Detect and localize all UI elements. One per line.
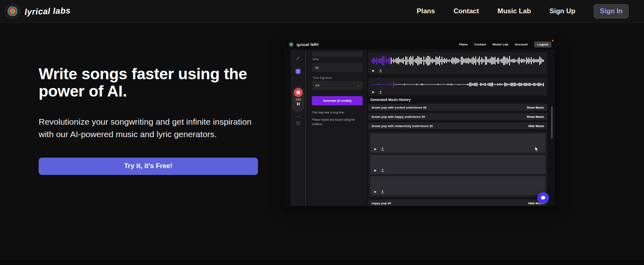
- play-button[interactable]: ▶: [374, 148, 376, 150]
- waveform-bar: [541, 83, 541, 86]
- waveform-bar: [413, 84, 413, 85]
- waveform-bar: [407, 57, 407, 65]
- brand[interactable]: lyrical labs: [5, 4, 71, 19]
- waveform-bar: [390, 57, 390, 64]
- waveform-bar: [462, 57, 463, 64]
- download-button[interactable]: [381, 147, 384, 151]
- audio-player-card: ▶: [368, 52, 547, 74]
- play-button[interactable]: ▶: [372, 90, 374, 93]
- music-lab-icon[interactable]: [295, 69, 301, 74]
- player-controls: ▶: [374, 190, 384, 193]
- history-row: happy pop 90Hide Music: [368, 199, 547, 206]
- app-brand[interactable]: lyrical labs: [288, 41, 319, 47]
- nav-sign-up[interactable]: Sign Up: [549, 7, 575, 15]
- app-nav-account[interactable]: Account: [515, 43, 528, 46]
- cart-icon[interactable]: [291, 121, 305, 126]
- waveform-bar: [473, 83, 474, 85]
- waveform-bar: [542, 84, 543, 85]
- waveform-bar: [500, 83, 500, 86]
- download-button[interactable]: [379, 69, 382, 72]
- waveform-bar: [423, 56, 424, 66]
- prompt-input-partial[interactable]: [312, 51, 363, 57]
- waveform-bar: [507, 83, 508, 86]
- waveform-bar: [427, 84, 428, 85]
- waveform-1[interactable]: [372, 55, 544, 67]
- waveform-bar: [431, 84, 431, 85]
- waveform-bar: [514, 59, 515, 62]
- waveform-bar: [468, 58, 469, 64]
- waveform-bar: [528, 83, 529, 86]
- pause-recording-button[interactable]: [297, 103, 299, 105]
- waveform-bar: [375, 59, 376, 63]
- waveform-bar: [502, 84, 503, 85]
- bpm-input[interactable]: [312, 63, 363, 72]
- waveform-bar: [415, 59, 416, 63]
- app-nav-music-lab[interactable]: Music Lab: [493, 43, 508, 46]
- waveform-bar: [388, 84, 389, 84]
- waveform-2[interactable]: [372, 80, 544, 89]
- nav-plans[interactable]: Plans: [417, 7, 435, 15]
- waveform-bar: [410, 56, 411, 65]
- waveform-bar: [439, 56, 440, 65]
- waveform-bar: [501, 84, 502, 86]
- waveform-bar: [398, 84, 399, 85]
- waveform-bar: [384, 84, 384, 85]
- waveform-bar: [434, 84, 435, 85]
- waveform-bar: [519, 82, 520, 86]
- waveform-bar: [518, 58, 518, 63]
- waveform-bar: [423, 84, 424, 85]
- app-nav-contact[interactable]: Contact: [474, 43, 486, 46]
- mouse-cursor: [535, 146, 539, 154]
- waveform-bar: [451, 84, 452, 85]
- sign-in-button[interactable]: Sign In: [594, 4, 629, 18]
- nav-music-lab[interactable]: Music Lab: [497, 7, 531, 15]
- waveform-bar: [444, 84, 445, 85]
- waveform-bar: [492, 57, 493, 65]
- waveform-bar: [440, 84, 441, 84]
- nav-contact[interactable]: Contact: [454, 7, 479, 15]
- cta-button[interactable]: Try it, it's Free!: [39, 158, 258, 175]
- download-button[interactable]: [381, 190, 384, 193]
- scrollbar-thumb[interactable]: [551, 107, 553, 139]
- time-signature-select[interactable]: 4/4 ⌄: [312, 81, 363, 90]
- waveform-bar: [421, 84, 422, 85]
- app-main-panel: ▶ ▶ Generated Music History dream pop wi…: [367, 50, 555, 206]
- stop-recording-button[interactable]: [294, 88, 303, 97]
- waveform-bar: [403, 84, 404, 85]
- toggle-music-button[interactable]: Show Music: [527, 115, 544, 119]
- waveform-bar: [438, 84, 439, 85]
- waveform-bar: [407, 84, 407, 85]
- time-signature-value: 4/4: [315, 84, 319, 87]
- waveform-bar: [387, 84, 388, 85]
- waveform-bar: [542, 59, 543, 62]
- play-button[interactable]: ▶: [374, 169, 376, 172]
- play-button[interactable]: ▶: [372, 69, 374, 72]
- pencil-icon[interactable]: [291, 56, 305, 60]
- waveform-bar: [396, 84, 396, 85]
- app-nav-plans[interactable]: Plans: [459, 43, 468, 46]
- waveform-bar: [503, 56, 504, 65]
- audio-player-card: ▶: [368, 78, 547, 96]
- waveform-bar: [403, 58, 404, 64]
- waveform-bar: [437, 84, 438, 85]
- waveform-bar: [454, 84, 454, 85]
- waveform-bar: [409, 84, 410, 85]
- waveform-bar: [380, 58, 381, 63]
- download-button[interactable]: [381, 168, 384, 172]
- toggle-music-button[interactable]: Hide Music: [528, 124, 544, 128]
- play-button[interactable]: ▶: [374, 190, 376, 193]
- waveform-bar: [503, 84, 504, 85]
- waveform-bar: [502, 58, 503, 63]
- waveform-bar: [379, 58, 380, 64]
- waveform-bar: [527, 83, 528, 86]
- waveform-bar: [520, 60, 521, 62]
- download-button[interactable]: [379, 90, 382, 94]
- bpm-label: BPM: [313, 58, 319, 61]
- waveform-bar: [532, 84, 533, 85]
- generate-button[interactable]: Generate (5 credits): [312, 96, 363, 105]
- waveform-bar: [452, 57, 453, 65]
- waveform-bar: [480, 60, 481, 62]
- toggle-music-button[interactable]: Show Music: [527, 106, 544, 109]
- logout-button[interactable]: Logout: [534, 41, 551, 47]
- chat-widget-button[interactable]: [537, 192, 549, 204]
